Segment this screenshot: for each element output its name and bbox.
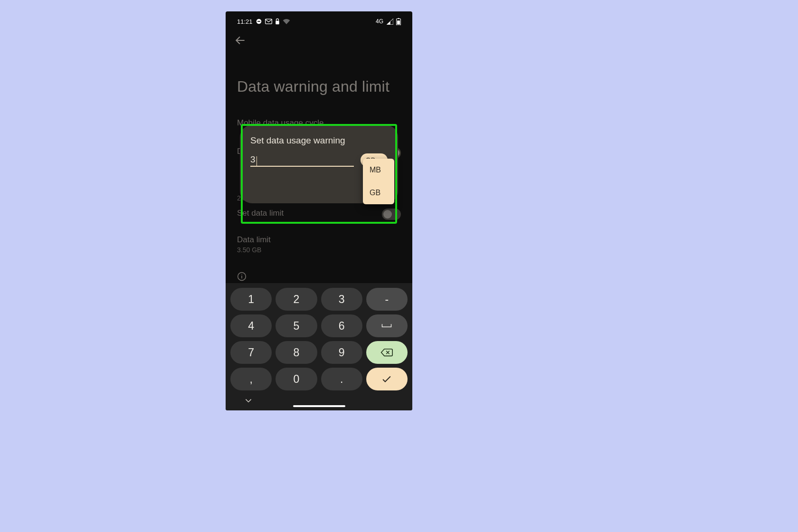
key-5[interactable]: 5: [276, 314, 317, 337]
status-right: 4G: [376, 18, 401, 25]
data-warning-input[interactable]: 3: [250, 152, 354, 167]
caret: [256, 156, 257, 166]
network-label: 4G: [376, 18, 383, 25]
wifi-icon: [283, 19, 290, 24]
key-1[interactable]: 1: [230, 288, 272, 311]
unit-dropdown-menu: MB GB: [363, 159, 394, 204]
battery-icon: [396, 18, 401, 25]
key-grid: 1 2 3 - 4 5 6 7 8 9 , 0 .: [230, 288, 408, 390]
svg-rect-3: [276, 21, 279, 25]
row-data-limit[interactable]: Data limit 3.50 GB: [237, 235, 401, 254]
numeric-keyboard: 1 2 3 - 4 5 6 7 8 9 , 0 .: [226, 283, 412, 410]
lock-icon: [275, 18, 280, 25]
key-7[interactable]: 7: [230, 341, 272, 364]
page-title: Data warning and limit: [237, 78, 390, 95]
unit-option-gb[interactable]: GB: [363, 181, 394, 204]
row-label: Set data limit: [237, 209, 401, 218]
signal-icon: [386, 19, 393, 25]
key-4[interactable]: 4: [230, 314, 272, 337]
key-6[interactable]: 6: [321, 314, 362, 337]
svg-rect-6: [397, 20, 400, 24]
nav-handle[interactable]: [293, 405, 345, 407]
key-backspace[interactable]: [366, 341, 408, 364]
key-2[interactable]: 2: [276, 288, 317, 311]
info-icon[interactable]: [237, 272, 247, 283]
row-label: Data limit: [237, 235, 401, 245]
input-value: 3: [250, 154, 256, 166]
svg-rect-1: [257, 21, 260, 22]
key-comma[interactable]: ,: [230, 368, 272, 390]
key-dot[interactable]: .: [321, 368, 362, 390]
unit-option-mb[interactable]: MB: [363, 159, 394, 181]
mail-icon: [265, 19, 272, 24]
status-bar: 11:21 4G: [226, 16, 412, 27]
dialog-title: Set data usage warning: [250, 135, 388, 146]
key-minus[interactable]: -: [366, 288, 408, 311]
collapse-keyboard-icon[interactable]: [245, 396, 252, 405]
key-space[interactable]: [366, 314, 408, 337]
row-sub: 3.50 GB: [237, 246, 401, 254]
key-8[interactable]: 8: [276, 341, 317, 364]
stage: 11:21 4G: [0, 0, 798, 532]
dnd-icon: [256, 18, 262, 25]
key-9[interactable]: 9: [321, 341, 362, 364]
key-enter[interactable]: [366, 368, 408, 390]
status-time: 11:21: [237, 18, 253, 25]
key-3[interactable]: 3: [321, 288, 362, 311]
row-set-data-limit[interactable]: Set data limit: [237, 209, 401, 218]
key-0[interactable]: 0: [276, 368, 317, 390]
phone-frame: 11:21 4G: [226, 11, 412, 410]
svg-point-9: [241, 274, 242, 275]
status-left: 11:21: [237, 18, 290, 25]
svg-rect-2: [265, 19, 272, 24]
back-button[interactable]: [234, 34, 249, 49]
svg-rect-5: [398, 18, 399, 19]
